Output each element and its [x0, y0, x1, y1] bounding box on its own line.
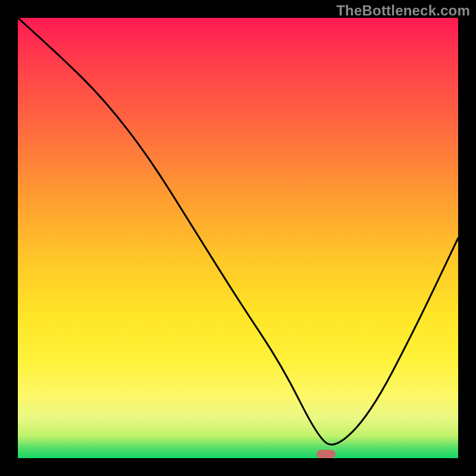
- optimal-marker: [317, 450, 336, 458]
- plot-area: [18, 18, 458, 458]
- chart-frame: TheBottleneck.com: [0, 0, 476, 476]
- watermark-text: TheBottleneck.com: [336, 2, 470, 19]
- bottleneck-curve-path: [18, 18, 458, 444]
- curve-svg: [18, 18, 458, 458]
